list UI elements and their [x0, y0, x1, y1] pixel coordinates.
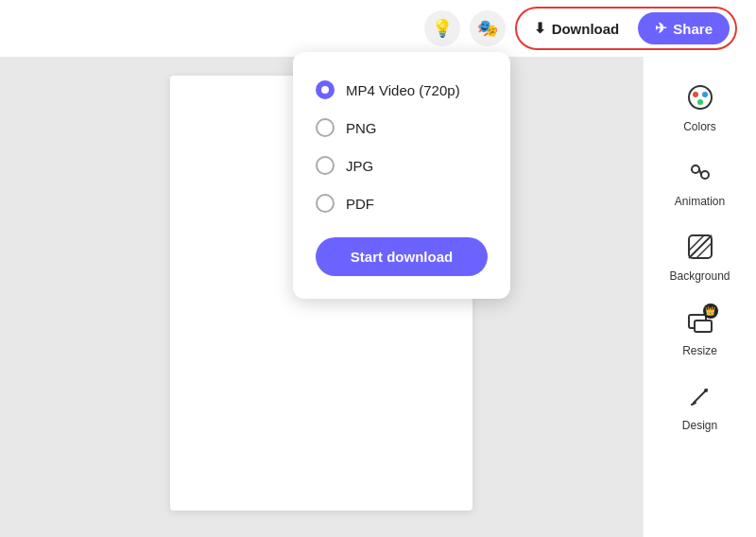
radio-mp4-inner — [321, 86, 329, 94]
radio-pdf — [316, 194, 335, 213]
svg-rect-12 — [695, 320, 712, 332]
svg-line-13 — [694, 391, 705, 403]
download-dropdown: MP4 Video (720p) PNG JPG PDF Start downl… — [293, 52, 510, 299]
svg-line-14 — [692, 403, 696, 405]
format-option-pdf[interactable]: PDF — [316, 184, 488, 222]
download-label: Download — [552, 21, 620, 37]
svg-line-10 — [696, 243, 712, 258]
svg-line-6 — [699, 169, 701, 175]
animation-label: Animation — [675, 195, 725, 208]
sidebar-item-resize[interactable]: 👑 Resize — [644, 300, 756, 365]
format-option-mp4[interactable]: MP4 Video (720p) — [316, 71, 488, 109]
lightbulb-icon-button[interactable]: 💡 — [424, 10, 460, 46]
resize-icon: 👑 — [686, 307, 714, 339]
share-icon: ✈ — [655, 20, 667, 37]
start-download-button[interactable]: Start download — [316, 237, 488, 276]
sidebar-item-colors[interactable]: Colors — [644, 76, 756, 141]
design-label: Design — [682, 419, 717, 432]
animation-icon — [686, 158, 714, 190]
crown-badge: 👑 — [703, 303, 718, 319]
format-option-png[interactable]: PNG — [316, 109, 488, 147]
svg-line-9 — [689, 235, 704, 251]
share-label: Share — [673, 21, 713, 37]
radio-jpg — [316, 156, 335, 175]
svg-point-3 — [697, 99, 703, 105]
radio-mp4 — [316, 80, 335, 99]
svg-point-2 — [702, 92, 708, 97]
sidebar-item-animation[interactable]: Animation — [644, 150, 756, 216]
download-share-group: ⬇ Download ✈ Share — [515, 7, 737, 50]
svg-point-1 — [693, 92, 698, 97]
colors-icon — [686, 83, 714, 115]
format-mp4-label: MP4 Video (720p) — [346, 82, 460, 98]
start-download-label: Start download — [351, 249, 453, 265]
format-jpg-label: JPG — [346, 158, 373, 174]
share-button[interactable]: ✈ Share — [638, 12, 730, 44]
resize-label: Resize — [682, 344, 717, 357]
design-icon — [686, 382, 714, 414]
download-icon: ⬇ — [534, 20, 546, 37]
sidebar-item-design[interactable]: Design — [644, 374, 756, 440]
svg-point-4 — [692, 165, 699, 173]
format-png-label: PNG — [346, 120, 377, 136]
sidebar-item-background[interactable]: Background — [644, 225, 756, 290]
background-icon — [686, 233, 714, 265]
format-pdf-label: PDF — [346, 196, 374, 212]
right-sidebar: Colors Animation Background — [643, 57, 756, 537]
svg-point-16 — [704, 389, 708, 392]
background-label: Background — [669, 269, 730, 283]
svg-point-0 — [689, 86, 712, 109]
svg-point-5 — [701, 171, 709, 179]
profile-icon-button[interactable]: 🎭 — [470, 10, 506, 46]
download-button[interactable]: ⬇ Download — [523, 14, 631, 43]
format-option-jpg[interactable]: JPG — [316, 147, 488, 184]
radio-png — [316, 118, 335, 137]
colors-label: Colors — [683, 120, 716, 133]
toolbar: 💡 🎭 ⬇ Download ✈ Share — [0, 0, 756, 57]
